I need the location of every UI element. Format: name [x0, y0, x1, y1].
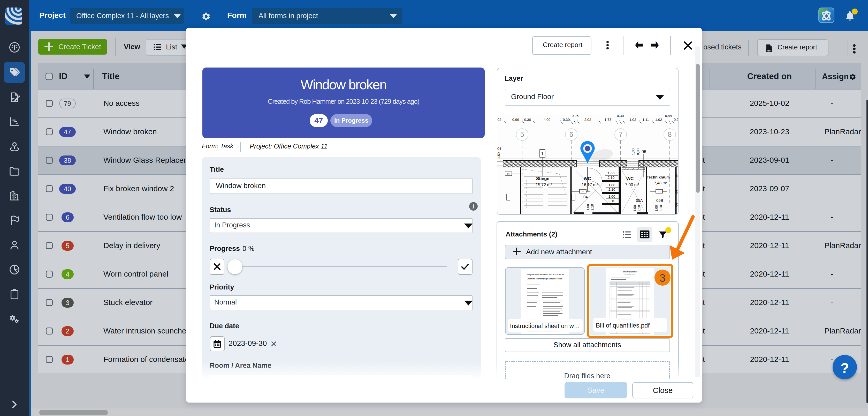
svg-text:8: 8	[668, 131, 672, 139]
svg-text:1,00: 1,00	[608, 171, 614, 175]
svg-text:0,26: 0,26	[572, 115, 579, 118]
svg-text:0,30: 0,30	[563, 118, 570, 122]
svg-text:7: 7	[619, 131, 622, 139]
svg-text:2,10: 2,10	[659, 205, 663, 212]
svg-text:1,00: 1,00	[609, 183, 615, 187]
svg-text:1,73: 1,73	[604, 118, 611, 122]
svg-text:0,44: 0,44	[665, 115, 672, 118]
svg-text:04: 04	[674, 173, 678, 177]
svg-text:5: 5	[520, 131, 524, 139]
svg-text:0,99: 0,99	[512, 118, 519, 122]
svg-text:Template: SAFE WORKING INSTRUC: Template: SAFE WORKING INSTRUCTIONS for	[527, 274, 564, 276]
svg-text:∞: ∞	[658, 189, 660, 193]
svg-text:construction tender: construction tender	[624, 273, 636, 275]
svg-text:0,80: 0,80	[636, 148, 640, 155]
svg-text:WC: WC	[584, 176, 591, 181]
svg-text:16,17 m²: 16,17 m²	[582, 183, 598, 187]
svg-text:04: 04	[674, 203, 678, 207]
svg-text:02: 02	[497, 118, 501, 122]
svg-text:1,00: 1,00	[586, 204, 590, 211]
svg-text:2,10: 2,10	[590, 204, 594, 211]
svg-text:7,48 m²: 7,48 m²	[654, 181, 667, 185]
svg-text:2,10: 2,10	[637, 205, 641, 212]
svg-text:1,50: 1,50	[497, 152, 501, 159]
svg-text:1,00: 1,00	[654, 205, 658, 212]
svg-text:05B: 05B	[656, 198, 663, 203]
svg-text:7,90 m²: 7,90 m²	[625, 183, 639, 187]
svg-text:Guideline on managing Safety a: Guideline on managing Safety and Health	[527, 278, 562, 280]
svg-text:1,00: 1,00	[633, 205, 637, 212]
svg-text:1,02: 1,02	[655, 118, 662, 122]
svg-text:6: 6	[569, 131, 573, 139]
svg-text:2,10: 2,10	[609, 199, 615, 203]
svg-text:0,30: 0,30	[617, 115, 624, 118]
svg-text:1,02: 1,02	[629, 118, 636, 122]
svg-text:04: 04	[674, 190, 678, 194]
svg-text:15,72 m²: 15,72 m²	[535, 183, 552, 187]
svg-text:4,00: 4,00	[544, 118, 550, 122]
svg-text:WC: WC	[626, 176, 633, 181]
svg-text:1,11: 1,11	[642, 118, 649, 122]
svg-text:1,00: 1,00	[609, 195, 615, 199]
svg-text:04: 04	[583, 195, 588, 199]
svg-text:1,00: 1,00	[631, 148, 635, 155]
svg-text:2,02: 2,02	[584, 118, 591, 122]
svg-text:Technikraum: Technikraum	[647, 175, 670, 179]
svg-text:05A: 05A	[636, 198, 643, 203]
svg-text:2,10: 2,10	[608, 176, 614, 180]
svg-text:Stiege: Stiege	[536, 176, 549, 181]
svg-text:∞: ∞	[582, 189, 584, 193]
svg-text:04: 04	[497, 147, 501, 151]
svg-text:0,30: 0,30	[524, 118, 531, 122]
svg-text:2,10: 2,10	[609, 187, 615, 191]
svg-text:Bill of Quantities: Bill of Quantities	[623, 271, 637, 273]
svg-text:∞: ∞	[507, 172, 509, 176]
svg-text:PDF: PDF	[767, 50, 771, 52]
svg-text:0,9: 0,9	[674, 118, 678, 122]
svg-text:1: 1	[541, 151, 543, 156]
svg-text:06: 06	[642, 150, 646, 154]
